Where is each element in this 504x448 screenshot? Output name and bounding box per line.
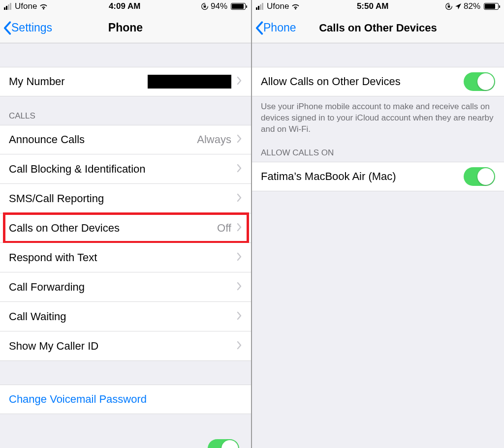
chevron-right-icon (236, 252, 242, 263)
battery-fill (232, 4, 244, 9)
status-time: 4:09 AM (48, 1, 201, 11)
signal-icon (4, 3, 11, 10)
chevron-right-icon (236, 134, 242, 145)
screen-phone-settings: Ufone 4:09 AM 94% Settings Phone My Numb… (0, 0, 252, 448)
lock-rotation-icon (445, 2, 453, 10)
nav-title: Calls on Other Devices (319, 22, 437, 34)
row-call-blocking[interactable]: Call Blocking & Identification (0, 154, 251, 184)
chevron-right-icon (236, 193, 242, 204)
content-scroll[interactable]: My Number CALLS Announce Calls Always Ca… (0, 43, 251, 448)
back-label: Settings (11, 21, 52, 34)
wifi-icon (291, 3, 300, 10)
location-icon (455, 3, 462, 10)
row-label: Allow Calls on Other Devices (261, 75, 464, 88)
battery-icon (484, 3, 500, 10)
battery-icon (231, 3, 247, 10)
partial-switch-peek (208, 439, 239, 448)
nav-title: Phone (108, 21, 143, 34)
row-call-waiting[interactable]: Call Waiting (0, 302, 251, 331)
chevron-right-icon (236, 164, 242, 175)
status-right: 94% (201, 1, 247, 11)
row-sms-call-reporting[interactable]: SMS/Call Reporting (0, 184, 251, 213)
chevron-right-icon (236, 341, 242, 352)
status-left: Ufone (256, 1, 300, 11)
chevron-right-icon (236, 311, 242, 322)
row-announce-calls[interactable]: Announce Calls Always (0, 125, 251, 154)
status-bar: Ufone 5:50 AM 82% (252, 0, 504, 13)
redacted-number (148, 75, 231, 89)
row-show-my-caller-id[interactable]: Show My Caller ID (0, 331, 251, 361)
svg-rect-1 (204, 6, 206, 8)
battery-percent: 94% (211, 1, 227, 11)
carrier-label: Ufone (267, 1, 289, 11)
row-value: Off (217, 222, 231, 235)
status-bar: Ufone 4:09 AM 94% (0, 0, 251, 13)
signal-icon (256, 3, 263, 10)
carrier-label: Ufone (15, 1, 37, 11)
content-scroll[interactable]: Allow Calls on Other Devices Use your iP… (252, 43, 504, 448)
battery-percent: 82% (464, 1, 480, 11)
chevron-right-icon (236, 223, 242, 234)
nav-bar: Phone Calls on Other Devices (252, 13, 504, 43)
battery-fill (485, 4, 495, 9)
status-time: 5:50 AM (300, 1, 445, 11)
row-calls-on-other-devices[interactable]: Calls on Other Devices Off (0, 213, 251, 243)
back-button[interactable]: Phone (255, 13, 296, 43)
row-value: Always (197, 133, 231, 146)
row-my-number[interactable]: My Number (0, 67, 251, 96)
back-label: Phone (263, 21, 296, 34)
row-device-macbook-air[interactable]: Fatima’s MacBook Air (Mac) (252, 162, 504, 191)
svg-rect-3 (448, 6, 450, 8)
row-label: Announce Calls (9, 133, 197, 146)
group-header-allow-calls-on: ALLOW CALLS ON (252, 139, 504, 162)
lock-rotation-icon (201, 2, 209, 10)
back-button[interactable]: Settings (3, 13, 52, 43)
status-right: 82% (445, 1, 500, 11)
row-label: My Number (9, 75, 148, 88)
row-respond-with-text[interactable]: Respond with Text (0, 243, 251, 272)
wifi-icon (39, 3, 48, 10)
status-left: Ufone (4, 1, 48, 11)
chevron-right-icon (236, 282, 242, 293)
row-label: Call Forwarding (9, 281, 236, 294)
toggle-allow-calls[interactable] (464, 72, 495, 91)
row-label: SMS/Call Reporting (9, 192, 236, 205)
row-label: Call Waiting (9, 310, 236, 323)
row-label: Call Blocking & Identification (9, 163, 236, 176)
row-call-forwarding[interactable]: Call Forwarding (0, 272, 251, 302)
screen-calls-on-other-devices: Ufone 5:50 AM 82% Phone Calls on Other D (252, 0, 504, 448)
group-header-calls: CALLS (0, 96, 251, 125)
row-label: Change Voicemail Password (9, 393, 242, 406)
allow-calls-footer: Use your iPhone mobile account to make a… (252, 96, 504, 139)
row-allow-calls-on-other-devices[interactable]: Allow Calls on Other Devices (252, 67, 504, 96)
nav-bar: Settings Phone (0, 13, 251, 43)
row-label: Calls on Other Devices (9, 222, 217, 235)
row-label: Show My Caller ID (9, 340, 236, 353)
chevron-right-icon (236, 76, 242, 87)
row-change-voicemail-password[interactable]: Change Voicemail Password (0, 385, 251, 414)
row-label: Respond with Text (9, 251, 236, 264)
toggle-device[interactable] (464, 167, 495, 186)
row-label: Fatima’s MacBook Air (Mac) (261, 170, 464, 183)
